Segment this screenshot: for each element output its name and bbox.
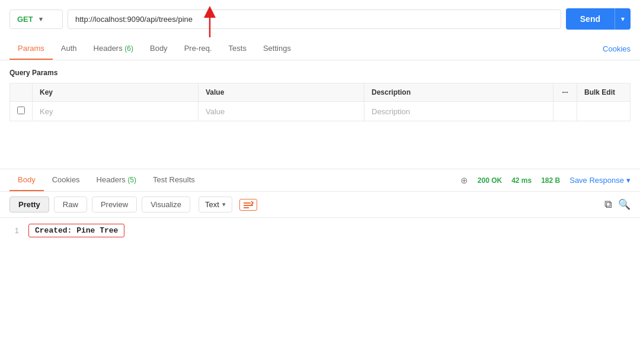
response-headers-badge: (5) xyxy=(127,176,136,184)
method-dropdown[interactable]: GET ▾ xyxy=(9,9,63,29)
search-icon[interactable]: 🔍 xyxy=(618,198,631,211)
wrap-svg-icon xyxy=(243,201,254,209)
row-bulk xyxy=(577,102,631,121)
line-number: 1 xyxy=(9,226,19,235)
response-section: Body Cookies Headers (5) Test Results ⊕ … xyxy=(0,169,640,253)
format-type-label: Text xyxy=(205,200,219,209)
row-value[interactable]: Value xyxy=(199,102,364,121)
table-row: Key Value Description xyxy=(10,102,631,121)
wrap-icon[interactable] xyxy=(239,199,257,211)
response-tab-headers[interactable]: Headers (5) xyxy=(88,169,145,191)
tab-tests[interactable]: Tests xyxy=(220,38,255,60)
middle-space xyxy=(0,121,640,169)
format-preview-button[interactable]: Preview xyxy=(92,197,137,212)
response-text: Created: Pine Tree xyxy=(28,224,124,237)
send-dropdown-button[interactable]: ▾ xyxy=(615,8,631,30)
url-input-wrapper xyxy=(68,9,561,29)
format-raw-button[interactable]: Raw xyxy=(54,197,87,212)
row-checkbox-input[interactable] xyxy=(17,107,25,114)
save-response-button[interactable]: Save Response ▾ xyxy=(569,176,631,185)
response-tab-body[interactable]: Body xyxy=(9,169,44,191)
format-pretty-button[interactable]: Pretty xyxy=(9,197,49,212)
format-type-chevron: ▾ xyxy=(222,201,226,208)
response-format-bar: Pretty Raw Preview Visualize Text ▾ ⧉ 🔍 xyxy=(0,192,640,218)
query-params-title: Query Params xyxy=(9,69,631,77)
method-label: GET xyxy=(17,15,33,24)
status-ok: 200 OK xyxy=(478,176,502,185)
row-key[interactable]: Key xyxy=(33,102,199,121)
status-bytes: 182 B xyxy=(541,176,560,185)
format-visualize-button[interactable]: Visualize xyxy=(142,197,190,212)
url-bar-section: GET ▾ Send ▾ xyxy=(0,0,640,38)
th-value: Value xyxy=(199,83,364,102)
response-tabs-row: Body Cookies Headers (5) Test Results ⊕ … xyxy=(0,169,640,192)
send-button-group: Send ▾ xyxy=(566,8,631,30)
row-description[interactable]: Description xyxy=(364,102,553,121)
send-button[interactable]: Send xyxy=(566,8,615,30)
method-chevron-icon: ▾ xyxy=(39,15,43,23)
th-description: Description xyxy=(364,83,553,102)
row-more xyxy=(553,102,577,121)
tab-headers[interactable]: Headers (6) xyxy=(85,38,142,60)
headers-badge: (6) xyxy=(124,44,133,53)
cookies-link[interactable]: Cookies xyxy=(603,44,631,53)
th-more: ··· xyxy=(553,83,577,102)
response-tabs-left: Body Cookies Headers (5) Test Results xyxy=(9,169,203,191)
th-checkbox xyxy=(10,83,33,102)
row-checkbox[interactable] xyxy=(10,102,33,121)
response-tab-cookies[interactable]: Cookies xyxy=(44,169,88,191)
response-status-area: ⊕ 200 OK 42 ms 182 B Save Response ▾ xyxy=(460,175,631,186)
th-bulk-edit: Bulk Edit xyxy=(577,83,631,102)
tab-prereq[interactable]: Pre-req. xyxy=(176,38,220,60)
request-tabs-section: Params Auth Headers (6) Body Pre-req. Te… xyxy=(0,38,640,60)
status-ms: 42 ms xyxy=(511,176,532,185)
globe-icon: ⊕ xyxy=(460,175,468,186)
tab-settings[interactable]: Settings xyxy=(255,38,299,60)
response-tab-test-results[interactable]: Test Results xyxy=(145,169,203,191)
format-type-dropdown[interactable]: Text ▾ xyxy=(199,197,232,212)
tab-auth[interactable]: Auth xyxy=(53,38,85,60)
icons-right: ⧉ 🔍 xyxy=(604,198,631,211)
copy-icon[interactable]: ⧉ xyxy=(604,198,612,211)
tab-params[interactable]: Params xyxy=(9,38,53,60)
url-input[interactable] xyxy=(68,9,561,29)
tab-body[interactable]: Body xyxy=(142,38,176,60)
request-tabs-list: Params Auth Headers (6) Body Pre-req. Te… xyxy=(9,38,299,60)
query-params-section: Query Params Key Value Description ··· B… xyxy=(0,60,640,121)
response-line-1: 1 Created: Pine Tree xyxy=(9,224,631,237)
th-key: Key xyxy=(33,83,199,102)
response-body: 1 Created: Pine Tree xyxy=(0,218,640,253)
params-table: Key Value Description ··· Bulk Edit Key … xyxy=(9,83,631,121)
